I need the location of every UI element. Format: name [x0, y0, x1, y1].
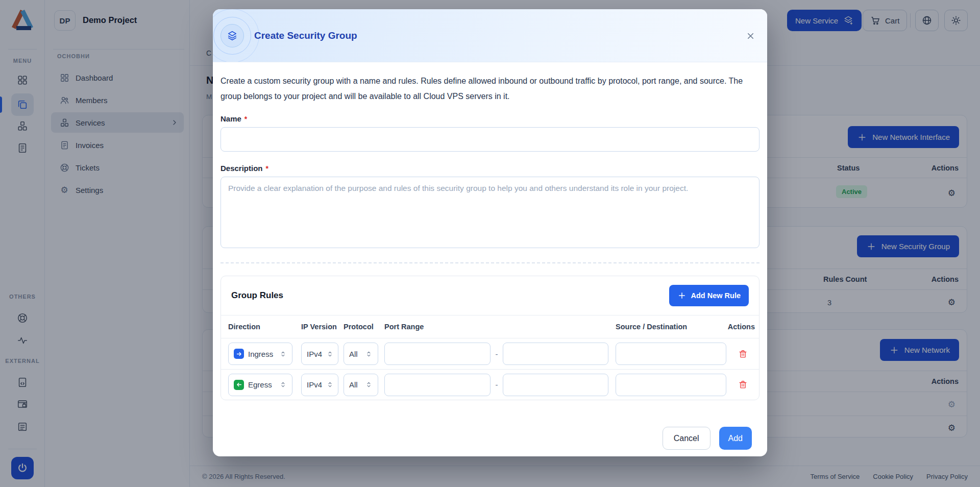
protocol-value: All [349, 350, 358, 358]
column-port-range: Port Range [384, 323, 491, 331]
port-from-input[interactable] [384, 374, 491, 396]
rule-row-ingress: Ingress IPv4 All - [221, 338, 759, 369]
description-label: Description* [220, 164, 760, 173]
port-range-separator: - [491, 350, 503, 358]
protocol-select[interactable]: All [344, 343, 378, 365]
name-input[interactable] [220, 127, 760, 152]
name-label: Name* [220, 114, 760, 123]
ip-version-value: IPv4 [307, 350, 322, 358]
column-protocol: Protocol [344, 323, 378, 331]
group-rules-title: Group Rules [231, 290, 283, 301]
rules-table-header: Direction IP Version Protocol Port Range… [221, 315, 759, 338]
add-button[interactable]: Add [719, 427, 752, 450]
updown-chevrons-icon [279, 350, 287, 358]
required-asterisk: * [266, 164, 268, 173]
group-rules-card: Group Rules Add New Rule Direction IP Ve… [220, 276, 760, 400]
direction-select[interactable]: Egress [228, 374, 292, 396]
port-from-input[interactable] [384, 343, 491, 365]
ip-version-select[interactable]: IPv4 [301, 374, 338, 396]
ip-version-select[interactable]: IPv4 [301, 343, 338, 365]
required-asterisk: * [244, 115, 247, 123]
direction-value: Egress [248, 380, 272, 389]
trash-icon [738, 380, 748, 389]
cancel-button[interactable]: Cancel [663, 427, 710, 450]
port-range-separator: - [491, 380, 503, 389]
modal-title: Create Security Group [254, 30, 357, 41]
description-textarea[interactable] [220, 177, 760, 248]
direction-select[interactable]: Ingress [228, 343, 292, 365]
ingress-icon [234, 349, 244, 359]
updown-chevrons-icon [279, 381, 287, 388]
port-to-input[interactable] [503, 374, 608, 396]
security-group-badge [220, 24, 244, 47]
modal-intro: Create a custom security group with a na… [220, 74, 760, 104]
updown-chevrons-icon [365, 350, 373, 358]
add-new-rule-button[interactable]: Add New Rule [669, 285, 749, 306]
group-rules-header: Group Rules Add New Rule [221, 276, 759, 315]
delete-rule-button[interactable] [738, 380, 748, 389]
delete-rule-button[interactable] [738, 349, 748, 359]
protocol-value: All [349, 380, 358, 389]
description-label-text: Description [220, 164, 263, 173]
source-destination-input[interactable] [616, 374, 726, 396]
updown-chevrons-icon [326, 350, 334, 358]
port-to-input[interactable] [503, 343, 608, 365]
column-source-destination: Source / Destination [616, 323, 726, 331]
dashed-divider [220, 262, 760, 263]
ip-version-value: IPv4 [307, 380, 322, 389]
updown-chevrons-icon [365, 381, 373, 388]
name-label-text: Name [220, 114, 241, 123]
rule-row-egress: Egress IPv4 All - [221, 369, 759, 400]
column-actions: Actions [726, 323, 759, 331]
close-icon [746, 31, 755, 41]
modal-footer: Cancel Add [220, 427, 760, 450]
source-destination-input[interactable] [616, 343, 726, 365]
layers-icon [227, 30, 238, 41]
modal-body: Create a custom security group with a na… [213, 62, 767, 456]
add-new-rule-label: Add New Rule [691, 291, 741, 300]
create-security-group-modal: Create Security Group Create a custom se… [213, 9, 767, 456]
direction-value: Ingress [248, 350, 273, 358]
updown-chevrons-icon [326, 381, 334, 388]
column-ip-version: IP Version [301, 323, 338, 331]
plus-icon [677, 291, 687, 300]
modal-header: Create Security Group [213, 9, 767, 62]
column-direction: Direction [228, 323, 292, 331]
trash-icon [738, 349, 748, 359]
close-button[interactable] [743, 28, 758, 43]
egress-icon [234, 380, 244, 390]
protocol-select[interactable]: All [344, 374, 378, 396]
app-root: MENU OTHERS EXTERNAL [0, 0, 980, 487]
